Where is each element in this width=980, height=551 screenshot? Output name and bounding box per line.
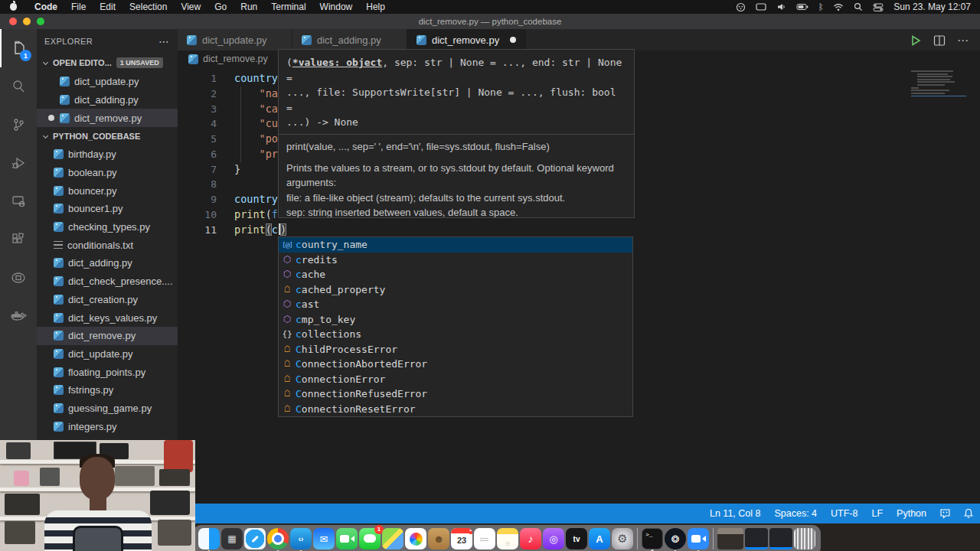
suggestion-item[interactable]: ⬡cache bbox=[279, 267, 632, 282]
open-editor-item[interactable]: dict_adding.py bbox=[37, 90, 178, 109]
file-tree-item[interactable]: guessing_game.py bbox=[37, 399, 178, 418]
open-editor-item[interactable]: dict_update.py bbox=[37, 72, 178, 90]
dock-contacts-icon[interactable]: ☻ bbox=[428, 528, 449, 549]
dock-terminal-icon[interactable]: >_ bbox=[642, 528, 663, 549]
zoom-window-button[interactable] bbox=[37, 18, 44, 25]
file-tree-item[interactable]: integers.py bbox=[37, 417, 178, 435]
wifi-icon[interactable] bbox=[833, 3, 844, 11]
menu-bar-clock[interactable]: Sun 23. May 12:07 bbox=[893, 2, 971, 12]
source-control-icon[interactable] bbox=[0, 106, 37, 144]
dock-mail-icon[interactable]: ✉ bbox=[313, 528, 335, 549]
tab-dict_adding-py[interactable]: dict_adding.py bbox=[292, 29, 407, 51]
file-tree-item[interactable]: conditionals.txt bbox=[37, 236, 178, 254]
explorer-icon[interactable]: 1 bbox=[0, 29, 37, 67]
suggestion-item[interactable]: ☖cached_property bbox=[279, 282, 632, 298]
apple-menu-icon[interactable] bbox=[10, 3, 17, 11]
spotlight-icon[interactable] bbox=[854, 2, 863, 11]
file-tree-item[interactable]: checking_types.py bbox=[37, 218, 178, 236]
dock-notes-icon[interactable]: ≡ bbox=[497, 528, 518, 549]
suggestion-item[interactable]: ☖ConnectionRefusedError bbox=[279, 386, 632, 402]
network-icon[interactable] bbox=[736, 2, 746, 12]
docker-icon[interactable] bbox=[0, 297, 37, 335]
folder-section-header[interactable]: PYTHON_CODEBASE bbox=[37, 127, 178, 145]
cursor-position[interactable]: Ln 11, Col 8 bbox=[703, 508, 767, 519]
dock-sysprefs-icon[interactable]: ⚙ bbox=[612, 528, 633, 549]
notifications-bell-icon[interactable] bbox=[957, 508, 980, 519]
control-center-icon[interactable] bbox=[873, 3, 884, 11]
suggestion-item[interactable]: ☖ConnectionError bbox=[279, 372, 632, 387]
menu-item-help[interactable]: Help bbox=[359, 2, 392, 12]
dock-vscode-icon[interactable]: ‹› bbox=[290, 528, 312, 549]
dock-chrome-icon[interactable] bbox=[267, 528, 289, 549]
suggestion-item[interactable]: ☖ChildProcessError bbox=[279, 342, 632, 357]
volume-icon[interactable] bbox=[776, 2, 786, 11]
file-tree-item[interactable]: bouncer1.py bbox=[37, 200, 178, 218]
display-icon[interactable] bbox=[756, 2, 766, 11]
file-tree-item[interactable]: fstrings.py bbox=[37, 381, 178, 399]
suggestion-item[interactable]: ⬡credits bbox=[279, 253, 632, 268]
dock-reminders-icon[interactable]: ≔ bbox=[474, 528, 495, 549]
menu-item-run[interactable]: Run bbox=[234, 2, 264, 12]
menu-item-go[interactable]: Go bbox=[207, 2, 234, 12]
open-editor-item[interactable]: dict_remove.py bbox=[37, 109, 178, 127]
suggestion-item[interactable]: ⬡cast bbox=[279, 297, 632, 312]
file-tree-item[interactable]: dict_check_presence.... bbox=[37, 272, 178, 291]
search-icon[interactable] bbox=[0, 67, 37, 106]
dock-obs-icon[interactable]: ❂ bbox=[665, 528, 686, 549]
dock-zoom-icon[interactable] bbox=[688, 528, 709, 549]
dock-calendar-icon[interactable]: 231 bbox=[451, 528, 472, 549]
close-window-button[interactable] bbox=[9, 18, 17, 25]
open-editors-section-header[interactable]: OPEN EDITO... 1 UNSAVED bbox=[37, 54, 178, 72]
language-mode[interactable]: Python bbox=[890, 508, 933, 519]
eol-setting[interactable]: LF bbox=[864, 508, 890, 519]
menu-item-terminal[interactable]: Terminal bbox=[264, 2, 312, 12]
indentation-setting[interactable]: Spaces: 4 bbox=[767, 508, 824, 519]
remote-explorer-icon[interactable] bbox=[0, 182, 37, 220]
dock-facetime-icon[interactable] bbox=[336, 528, 358, 549]
live-share-icon[interactable] bbox=[0, 259, 37, 297]
dock-finder-icon[interactable] bbox=[198, 528, 220, 549]
feedback-icon[interactable] bbox=[933, 508, 957, 519]
minimap[interactable] bbox=[911, 70, 968, 96]
menu-item-edit[interactable]: Edit bbox=[93, 2, 122, 12]
tab-dict_remove-py[interactable]: dict_remove.py bbox=[407, 29, 526, 51]
dock-thumbvideo-icon[interactable] bbox=[717, 528, 743, 549]
dock-podcasts-icon[interactable]: ◎ bbox=[543, 528, 564, 549]
run-python-file-button[interactable] bbox=[910, 34, 922, 47]
dock-appstore-icon[interactable]: A bbox=[589, 528, 610, 549]
suggestion-item[interactable]: ☖ConnectionAbortedError bbox=[279, 357, 632, 372]
menu-item-file[interactable]: File bbox=[64, 2, 93, 12]
tab-dict_update-py[interactable]: dict_update.py bbox=[178, 29, 292, 51]
unsaved-dot-icon[interactable] bbox=[510, 37, 516, 43]
extensions-icon[interactable] bbox=[0, 220, 37, 259]
dock-thumbcode-icon[interactable] bbox=[769, 528, 792, 549]
dock-maps-icon[interactable] bbox=[382, 528, 403, 549]
explorer-more-actions-icon[interactable]: ⋯ bbox=[158, 35, 170, 47]
menu-item-selection[interactable]: Selection bbox=[122, 2, 174, 12]
suggestion-item[interactable]: ☖ConnectionResetError bbox=[279, 402, 632, 417]
editor-more-actions-icon[interactable]: ⋯ bbox=[957, 34, 969, 47]
file-tree-item[interactable]: floating_points.py bbox=[37, 363, 178, 381]
suggestion-item[interactable]: {}collections bbox=[279, 327, 632, 342]
battery-icon[interactable] bbox=[796, 3, 808, 11]
dock-messages-icon[interactable]: 1 bbox=[359, 528, 381, 549]
file-tree-item[interactable]: bouncer.py bbox=[37, 181, 178, 200]
file-tree-item[interactable]: dict_remove.py bbox=[37, 327, 178, 345]
file-tree-item[interactable]: dict_adding.py bbox=[37, 254, 178, 272]
file-tree-item[interactable]: dict_keys_values.py bbox=[37, 308, 178, 327]
split-editor-icon[interactable] bbox=[933, 34, 946, 47]
minimize-window-button[interactable] bbox=[23, 18, 31, 25]
dock-music-icon[interactable]: ♪ bbox=[520, 528, 541, 549]
dock-photos-icon[interactable] bbox=[405, 528, 426, 549]
dock-safari-icon[interactable] bbox=[244, 528, 266, 549]
file-tree-item[interactable]: dict_creation.py bbox=[37, 291, 178, 309]
dock-appletv-icon[interactable]: tv bbox=[566, 528, 587, 549]
file-tree-item[interactable]: boolean.py bbox=[37, 164, 178, 182]
encoding-setting[interactable]: UTF-8 bbox=[824, 508, 864, 519]
menu-item-view[interactable]: View bbox=[174, 2, 207, 12]
menu-item-window[interactable]: Window bbox=[313, 2, 360, 12]
menu-item-code[interactable]: Code bbox=[28, 2, 64, 12]
suggestion-item[interactable]: ⬡cmp_to_key bbox=[279, 312, 632, 328]
dock-thumbcode-icon[interactable] bbox=[745, 528, 768, 549]
bluetooth-icon[interactable]: ᛒ bbox=[818, 2, 824, 11]
